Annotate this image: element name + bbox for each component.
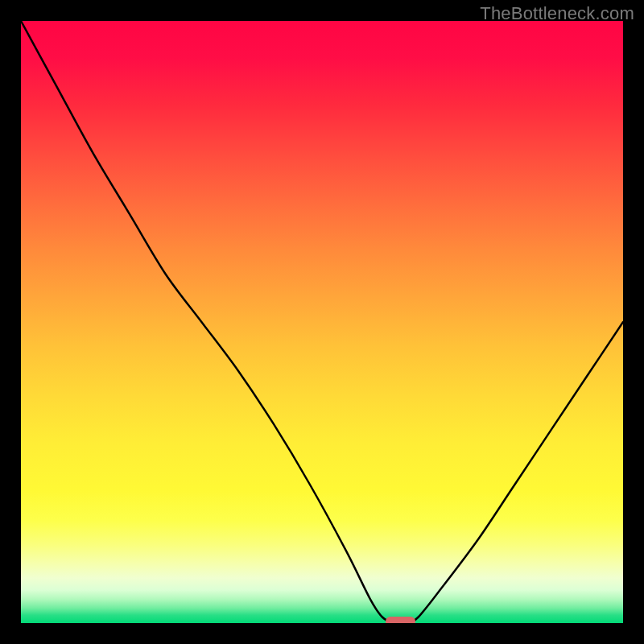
bottleneck-curve <box>21 21 623 623</box>
optimal-point-marker <box>386 617 415 623</box>
chart-frame: TheBottleneck.com <box>0 0 644 644</box>
curve-path <box>21 21 623 623</box>
plot-area <box>21 21 623 623</box>
watermark-text: TheBottleneck.com <box>480 3 634 24</box>
